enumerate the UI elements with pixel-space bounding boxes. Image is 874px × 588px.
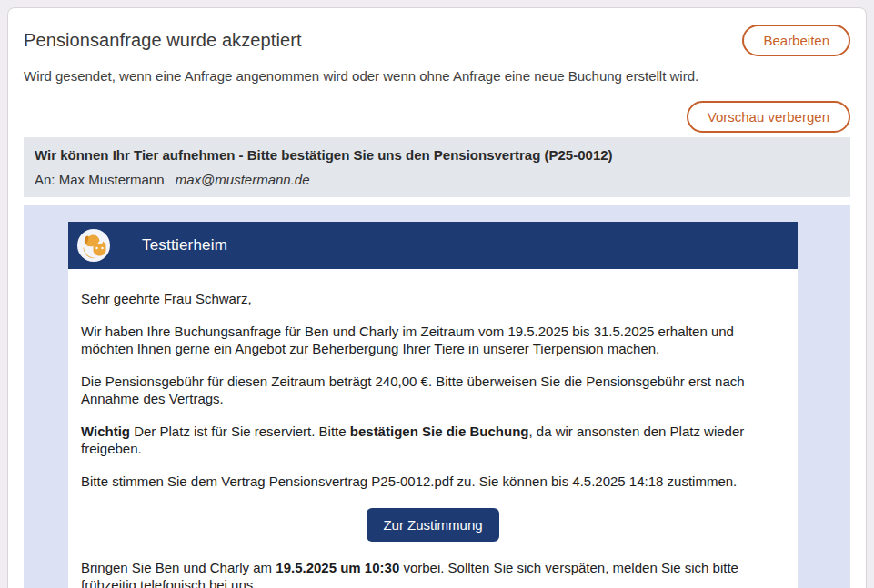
zur-zustimmung-button[interactable]: Zur Zustimmung <box>367 508 498 542</box>
email-text: Sehr geehrte Frau Schwarz, <box>81 291 252 306</box>
edit-button[interactable]: Bearbeiten <box>742 25 850 56</box>
email-paragraph: Wichtig Der Platz ist für Sie reserviert… <box>81 423 785 457</box>
shelter-name: Testtierheim <box>142 236 227 254</box>
email-text: Wir haben Ihre Buchungsanfrage für Ben u… <box>81 324 734 356</box>
email-preview: Testtierheim Sehr geehrte Frau Schwarz,W… <box>68 222 798 588</box>
email-header: Testtierheim <box>68 222 798 269</box>
email-text-bold: bestätigen Sie die Buchung <box>350 424 529 439</box>
email-paragraph: Bitte stimmen Sie dem Vertrag Pensionsve… <box>81 473 785 490</box>
notification-settings-card: Pensionsanfrage wurde akzeptiert Bearbei… <box>7 7 867 588</box>
email-text: Der Platz ist für Sie reserviert. Bitte <box>130 424 350 439</box>
card-header-row: Pensionsanfrage wurde akzeptiert Bearbei… <box>24 25 850 56</box>
email-preview-area: Testtierheim Sehr geehrte Frau Schwarz,W… <box>24 205 850 588</box>
email-paragraph: Wir haben Ihre Buchungsanfrage für Ben u… <box>81 323 785 357</box>
dog-cat-logo-icon <box>77 229 110 262</box>
email-text: Die Pensionsgebühr für diesen Zeitraum b… <box>81 374 745 406</box>
hide-preview-button[interactable]: Vorschau verbergen <box>687 101 850 133</box>
email-subject-band: Wir können Ihr Tier aufnehmen - Bitte be… <box>24 137 850 197</box>
recipient-name: Max Mustermann <box>59 172 165 187</box>
page: { "panel": { "title": "Pensionsanfrage w… <box>0 0 874 588</box>
recipient-email: max@mustermann.de <box>176 172 310 187</box>
email-paragraph: Die Pensionsgebühr für diesen Zeitraum b… <box>81 373 785 407</box>
email-text-bold: Wichtig <box>81 424 130 439</box>
preview-toggle-row: Vorschau verbergen <box>24 101 850 133</box>
email-text: Bitte stimmen Sie dem Vertrag Pensionsve… <box>81 473 737 489</box>
page-title: Pensionsanfrage wurde akzeptiert <box>24 25 302 51</box>
email-text-bold: 19.5.2025 um 10:30 <box>276 560 399 575</box>
recipient-label: An: <box>35 172 55 187</box>
email-body: Sehr geehrte Frau Schwarz,Wir haben Ihre… <box>68 269 798 588</box>
cta-row: Zur Zustimmung <box>81 508 785 542</box>
email-paragraph: Sehr geehrte Frau Schwarz, <box>81 290 785 307</box>
email-text: Bringen Sie Ben und Charly am <box>81 560 276 575</box>
description-text: Wird gesendet, wenn eine Anfrage angenom… <box>24 67 850 85</box>
email-subject: Wir können Ihr Tier aufnehmen - Bitte be… <box>35 146 839 164</box>
email-recipient-line: An: Max Mustermann max@mustermann.de <box>35 172 839 187</box>
email-paragraph: Bringen Sie Ben und Charly am 19.5.2025 … <box>81 559 785 588</box>
